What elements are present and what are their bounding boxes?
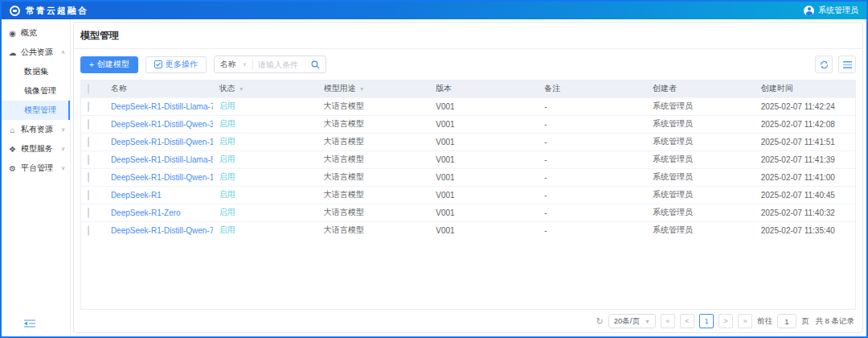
version-cell: V001 <box>429 186 538 204</box>
usage-cell: 大语言模型 <box>317 97 430 115</box>
sidebar-item-overview[interactable]: ◉ 概览 <box>2 23 70 43</box>
create-model-button[interactable]: + 创建模型 <box>80 56 138 73</box>
prev-page-button[interactable]: < <box>680 314 694 328</box>
row-checkbox[interactable] <box>88 190 89 200</box>
model-name-link[interactable]: DeepSeek-R1 <box>104 186 213 204</box>
created-time-cell: 2025-02-07 11:42:24 <box>755 97 855 115</box>
pagination-refresh-icon[interactable]: ↻ <box>596 317 604 326</box>
sidebar-item-image-mgmt[interactable]: 镜像管理 <box>2 81 70 101</box>
user-avatar-icon <box>804 6 814 16</box>
column-header-usage: 模型用途▼ <box>317 80 430 97</box>
search-input[interactable] <box>253 60 309 69</box>
sidebar-item-label: 数据集 <box>24 66 48 77</box>
usage-cell: 大语言模型 <box>317 115 430 133</box>
create-model-label: 创建模型 <box>97 59 129 70</box>
created-time-cell: 2025-02-07 11:41:00 <box>755 168 855 186</box>
table-row: DeepSeek-R1-Distill-Qwen-14B 启用 大语言模型 V0… <box>81 133 855 150</box>
total-records-label: 共 8 条记录 <box>815 316 854 327</box>
clipboard-icon <box>154 60 162 68</box>
column-header-status: 状态▼ <box>213 80 317 97</box>
last-page-button[interactable]: » <box>738 314 752 328</box>
usage-cell: 大语言模型 <box>317 221 430 239</box>
sidebar-item-dataset[interactable]: 数据集 <box>2 62 70 81</box>
model-name-link[interactable]: DeepSeek-R1-Distill-Qwen-14B <box>104 133 213 150</box>
page-size-select[interactable]: 20条/页 ▼ <box>608 314 656 328</box>
search-field-select[interactable]: 名称 ∨ <box>215 59 252 70</box>
first-page-button[interactable]: « <box>661 314 675 328</box>
model-name-link[interactable]: DeepSeek-R1-Distill-Llama-8B <box>104 150 213 168</box>
current-page-button[interactable]: 1 <box>699 314 714 328</box>
cluster-icon: ❖ <box>8 145 17 154</box>
goto-unit-label: 页 <box>801 316 809 327</box>
table-row: DeepSeek-R1-Distill-Llama-70B 启用 大语言模型 V… <box>81 97 855 115</box>
refresh-button[interactable] <box>815 56 833 73</box>
sidebar-item-model-service[interactable]: ❖ 模型服务 ∨ <box>2 139 70 159</box>
remark-cell: - <box>538 221 646 239</box>
version-cell: V001 <box>429 115 538 133</box>
column-header-name: 名称 <box>104 80 213 97</box>
created-time-cell: 2025-02-07 11:35:40 <box>755 221 855 239</box>
created-time-cell: 2025-02-07 11:40:45 <box>755 186 855 204</box>
content-card: 模型管理 + 创建模型 更多操作 <box>73 22 863 333</box>
version-cell: V001 <box>429 97 538 115</box>
row-checkbox[interactable] <box>88 225 89 236</box>
creator-cell: 系统管理员 <box>646 221 755 239</box>
search-icon[interactable] <box>309 60 326 69</box>
sidebar-item-platform-mgmt[interactable]: ⚙ 平台管理 ∨ <box>2 159 70 178</box>
model-name-link[interactable]: DeepSeek-R1-Distill-Llama-70B <box>104 97 213 115</box>
table-row: DeepSeek-R1-Zero 启用 大语言模型 V001 - 系统管理员 2… <box>81 204 855 221</box>
created-time-cell: 2025-02-07 11:41:39 <box>755 150 855 168</box>
sidebar-item-label: 模型服务 <box>21 143 53 155</box>
select-all-checkbox[interactable] <box>88 84 89 94</box>
gear-icon: ⚙ <box>8 164 17 173</box>
model-name-link[interactable]: DeepSeek-R1-Distill-Qwen-7B <box>104 221 213 239</box>
usage-cell: 大语言模型 <box>317 168 430 186</box>
usage-cell: 大语言模型 <box>317 133 430 150</box>
created-time-cell: 2025-02-07 11:40:32 <box>755 204 855 221</box>
row-checkbox[interactable] <box>88 155 89 165</box>
row-checkbox[interactable] <box>88 137 89 147</box>
model-name-link[interactable]: DeepSeek-R1-Distill-Qwen-32B <box>104 115 213 133</box>
sidebar-item-model-mgmt[interactable]: 模型管理 <box>2 101 70 120</box>
table-row: DeepSeek-R1-Distill-Qwen-32B 启用 大语言模型 V0… <box>81 115 855 133</box>
creator-cell: 系统管理员 <box>646 150 755 168</box>
user-menu[interactable]: 系统管理员 <box>804 5 858 16</box>
search-box: 名称 ∨ <box>214 56 326 73</box>
usage-cell: 大语言模型 <box>317 204 430 221</box>
goto-page-input[interactable] <box>777 314 796 328</box>
status-badge: 启用 <box>213 133 317 150</box>
next-page-button[interactable]: > <box>719 314 733 328</box>
row-checkbox[interactable] <box>88 119 89 130</box>
version-cell: V001 <box>429 150 538 168</box>
sidebar-item-label: 概览 <box>21 27 37 39</box>
cloud-icon: ☁ <box>8 48 17 57</box>
goto-label: 前往 <box>757 316 772 327</box>
column-settings-button[interactable] <box>838 56 856 73</box>
version-cell: V001 <box>429 168 538 186</box>
sidebar-item-private-resources[interactable]: ⌂ 私有资源 ∨ <box>2 120 70 139</box>
row-checkbox[interactable] <box>88 101 89 112</box>
model-name-link[interactable]: DeepSeek-R1-Distill-Qwen-1.5B <box>104 168 213 186</box>
collapse-sidebar-icon[interactable] <box>24 317 35 332</box>
filter-icon[interactable]: ▼ <box>359 86 365 92</box>
more-actions-button[interactable]: 更多操作 <box>145 56 207 73</box>
filter-icon[interactable]: ▼ <box>239 86 244 92</box>
sidebar-item-label: 私有资源 <box>21 124 53 135</box>
row-checkbox[interactable] <box>88 208 89 218</box>
row-checkbox[interactable] <box>88 172 89 183</box>
version-cell: V001 <box>429 133 538 150</box>
column-header-created: 创建时间 <box>755 80 855 97</box>
status-badge: 启用 <box>213 204 317 221</box>
model-name-link[interactable]: DeepSeek-R1-Zero <box>104 204 213 221</box>
pagination: ↻ 20条/页 ▼ « < 1 > » 前往 页 共 8 条记录 <box>80 314 856 328</box>
creator-cell: 系统管理员 <box>646 97 755 115</box>
username-label: 系统管理员 <box>818 5 858 16</box>
page-size-value: 20条/页 <box>614 316 640 327</box>
usage-cell: 大语言模型 <box>317 186 430 204</box>
table-empty-area <box>81 239 855 309</box>
chevron-up-icon: ∧ <box>61 49 65 56</box>
chevron-down-icon: ∨ <box>61 165 65 171</box>
remark-cell: - <box>538 150 646 168</box>
sidebar-item-public-resources[interactable]: ☁ 公共资源 ∧ <box>2 43 70 62</box>
chevron-down-icon: ∨ <box>61 126 65 133</box>
